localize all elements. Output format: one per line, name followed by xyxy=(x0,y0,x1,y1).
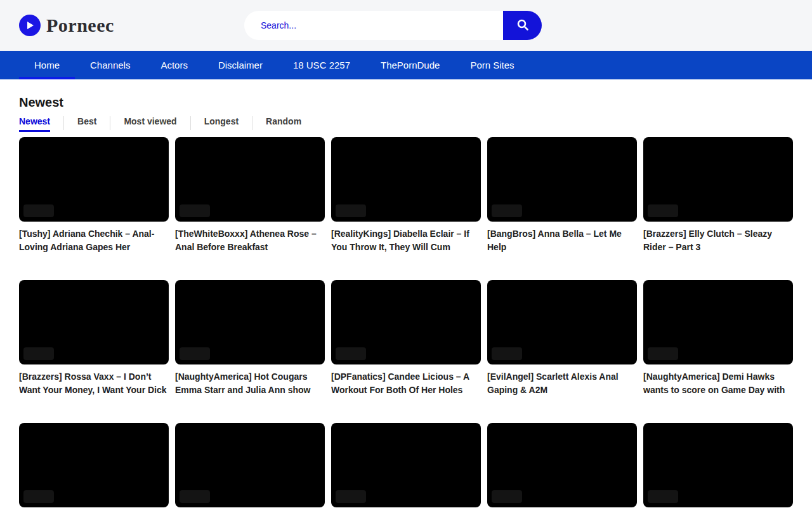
search-icon xyxy=(516,18,530,34)
video-title[interactable]: [NaughtyAmerica] Demi Hawks wants to sco… xyxy=(643,370,793,397)
nav-item-disclaimer[interactable]: Disclaimer xyxy=(203,51,278,79)
video-card[interactable]: [TheWhiteBoxxx] Athenea Rose – Anal Befo… xyxy=(175,137,325,254)
main-content: Newest Newest Best Most viewed Longest R… xyxy=(0,95,812,508)
nav-item-channels[interactable]: Channels xyxy=(75,51,145,79)
video-thumbnail[interactable] xyxy=(487,280,637,364)
video-thumbnail[interactable] xyxy=(643,423,793,507)
video-card[interactable]: [Brazzers] Rossa Vaxx – I Don’t Want You… xyxy=(19,280,169,397)
video-title[interactable]: [Brazzers] Rossa Vaxx – I Don’t Want You… xyxy=(19,370,169,397)
nav-item-actors[interactable]: Actors xyxy=(145,51,203,79)
video-thumbnail[interactable] xyxy=(175,280,325,364)
site-logo[interactable]: Porneec xyxy=(19,15,114,36)
video-grid: [Tushy] Adriana Chechik – Anal-Loving Ad… xyxy=(19,137,793,508)
video-card[interactable]: [RealityKings] Diabella Eclair – If You … xyxy=(331,137,481,254)
duration-badge xyxy=(336,204,366,217)
video-card[interactable]: [Tushy] Adriana Chechik – Anal-Loving Ad… xyxy=(19,137,169,254)
video-thumbnail[interactable] xyxy=(487,423,637,507)
tab-divider xyxy=(190,116,191,130)
video-thumbnail[interactable] xyxy=(331,280,481,364)
video-thumbnail[interactable] xyxy=(175,137,325,222)
tab-random[interactable]: Random xyxy=(266,116,301,132)
video-thumbnail[interactable] xyxy=(19,280,169,364)
video-card[interactable]: [NaughtyAmerica] Hot Cougars Emma Starr … xyxy=(175,280,325,397)
duration-badge xyxy=(180,490,210,503)
search-bar xyxy=(244,11,542,40)
search-input[interactable] xyxy=(244,11,503,40)
video-card[interactable]: [DPFanatics] Candee Licious – A Workout … xyxy=(331,280,481,397)
video-card[interactable]: [NaughtyAmerica] Demi Hawks wants to sco… xyxy=(643,280,793,397)
video-card[interactable] xyxy=(331,423,481,508)
video-thumbnail[interactable] xyxy=(19,423,169,507)
nav-item-18-usc-2257[interactable]: 18 USC 2257 xyxy=(278,51,365,79)
video-card[interactable] xyxy=(487,423,637,508)
tab-best[interactable]: Best xyxy=(77,116,96,132)
site-name: Porneec xyxy=(46,15,114,36)
search-button[interactable] xyxy=(503,11,542,40)
video-title[interactable]: [NaughtyAmerica] Hot Cougars Emma Starr … xyxy=(175,370,325,397)
header: Porneec xyxy=(0,0,812,51)
duration-badge xyxy=(492,347,522,360)
video-title[interactable]: [Brazzers] Elly Clutch – Sleazy Rider – … xyxy=(643,227,793,254)
sort-tabs: Newest Best Most viewed Longest Random xyxy=(19,116,793,132)
video-card[interactable]: [EvilAngel] Scarlett Alexis Anal Gaping … xyxy=(487,280,637,397)
duration-badge xyxy=(336,490,366,503)
nav-item-theporndude[interactable]: ThePornDude xyxy=(365,51,455,79)
video-card[interactable] xyxy=(19,423,169,508)
video-card[interactable]: [BangBros] Anna Bella – Let Me Help xyxy=(487,137,637,254)
video-title[interactable]: [EvilAngel] Scarlett Alexis Anal Gaping … xyxy=(487,370,637,397)
duration-badge xyxy=(648,204,678,217)
duration-badge xyxy=(336,347,366,360)
video-thumbnail[interactable] xyxy=(487,137,637,222)
video-title[interactable]: [Tushy] Adriana Chechik – Anal-Loving Ad… xyxy=(19,227,169,254)
main-nav: Home Channels Actors Disclaimer 18 USC 2… xyxy=(0,51,812,79)
nav-item-home[interactable]: Home xyxy=(19,51,75,79)
tab-divider xyxy=(63,116,64,130)
duration-badge xyxy=(180,204,210,217)
duration-badge xyxy=(492,204,522,217)
nav-item-porn-sites[interactable]: Porn Sites xyxy=(455,51,529,79)
duration-badge xyxy=(648,490,678,503)
tab-longest[interactable]: Longest xyxy=(204,116,239,132)
tab-divider xyxy=(252,116,252,130)
duration-badge xyxy=(492,490,522,503)
video-title[interactable]: [BangBros] Anna Bella – Let Me Help xyxy=(487,227,637,254)
tab-divider xyxy=(110,116,110,130)
video-title[interactable]: [DPFanatics] Candee Licious – A Workout … xyxy=(331,370,481,397)
video-card[interactable] xyxy=(643,423,793,508)
video-thumbnail[interactable] xyxy=(331,423,481,507)
play-icon xyxy=(19,15,41,36)
video-title[interactable]: [TheWhiteBoxxx] Athenea Rose – Anal Befo… xyxy=(175,227,325,254)
video-thumbnail[interactable] xyxy=(643,137,793,222)
video-thumbnail[interactable] xyxy=(331,137,481,222)
video-card[interactable] xyxy=(175,423,325,508)
duration-badge xyxy=(648,347,678,360)
duration-badge xyxy=(180,347,210,360)
duration-badge xyxy=(23,490,54,503)
video-card[interactable]: [Brazzers] Elly Clutch – Sleazy Rider – … xyxy=(643,137,793,254)
page-title: Newest xyxy=(19,95,793,110)
video-title[interactable]: [RealityKings] Diabella Eclair – If You … xyxy=(331,227,481,254)
duration-badge xyxy=(23,204,54,217)
tab-most-viewed[interactable]: Most viewed xyxy=(124,116,176,132)
video-thumbnail[interactable] xyxy=(643,280,793,364)
video-thumbnail[interactable] xyxy=(175,423,325,507)
video-thumbnail[interactable] xyxy=(19,137,169,222)
duration-badge xyxy=(23,347,54,360)
tab-newest[interactable]: Newest xyxy=(19,116,50,132)
